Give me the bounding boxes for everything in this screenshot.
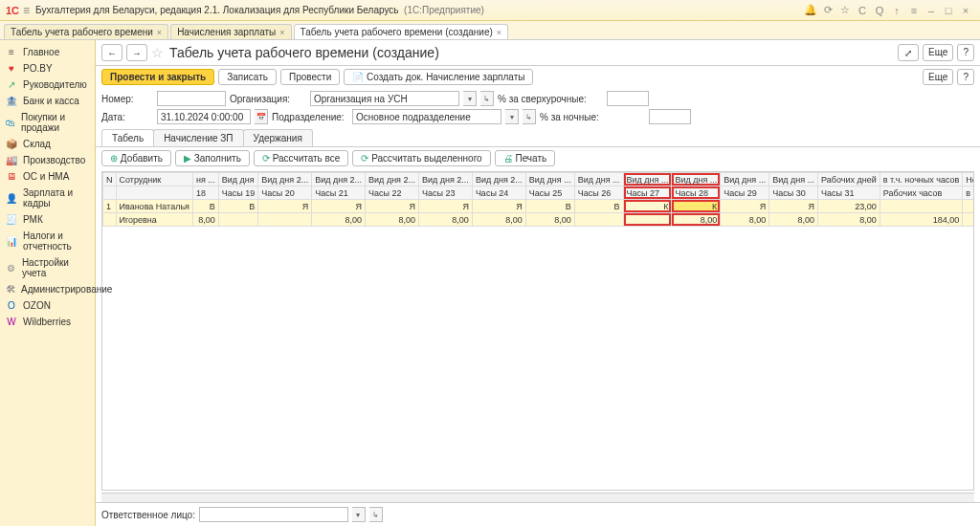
sidebar-item-10[interactable]: 📊Налоги и отчетность bbox=[0, 228, 95, 254]
cell[interactable]: 8,00 bbox=[192, 213, 218, 227]
cell[interactable] bbox=[258, 213, 312, 227]
cell[interactable] bbox=[623, 213, 672, 227]
sidebar-item-3[interactable]: 🏦Банк и касса bbox=[0, 93, 95, 109]
cell[interactable]: Я bbox=[769, 200, 818, 213]
search-icon[interactable]: Q bbox=[871, 5, 888, 16]
more-button[interactable]: Еще bbox=[923, 44, 953, 61]
cell[interactable]: 8,00 bbox=[366, 213, 419, 227]
cell[interactable]: 8,00 bbox=[769, 213, 818, 227]
sidebar-item-11[interactable]: ⚙Настройки учета bbox=[0, 254, 95, 281]
cell[interactable]: К bbox=[623, 200, 672, 213]
cell[interactable]: 8,00 bbox=[525, 213, 574, 227]
help-button[interactable]: ? bbox=[957, 44, 974, 61]
sidebar-item-7[interactable]: 🖥ОС и НМА bbox=[0, 168, 95, 185]
dropdown-icon[interactable]: ▾ bbox=[352, 507, 366, 522]
cell[interactable]: 35,00 bbox=[963, 200, 974, 213]
cell[interactable]: 8,00 bbox=[418, 213, 472, 227]
sidebar-item-5[interactable]: 📦Склад bbox=[0, 136, 95, 152]
tab-payroll[interactable]: Начисления зарплаты× bbox=[170, 24, 291, 39]
calendar-icon[interactable]: 📅 bbox=[255, 109, 268, 124]
dropdown-icon[interactable]: ▾ bbox=[505, 109, 519, 124]
overtime-field[interactable] bbox=[607, 91, 649, 106]
save-button[interactable]: Записать bbox=[218, 69, 277, 85]
cell[interactable] bbox=[103, 213, 117, 227]
post-close-button[interactable]: Провести и закрыть bbox=[101, 69, 214, 85]
responsible-field[interactable] bbox=[199, 507, 348, 522]
cell[interactable]: К bbox=[672, 200, 721, 213]
cell[interactable]: В bbox=[525, 200, 574, 213]
star-icon[interactable]: ☆ bbox=[836, 4, 854, 16]
cell[interactable] bbox=[218, 213, 257, 227]
tbl-btn-1[interactable]: ▶ Заполнить bbox=[175, 150, 250, 166]
cell[interactable]: Игоревна bbox=[116, 213, 192, 227]
close-tab-icon[interactable]: × bbox=[279, 28, 284, 37]
history-icon[interactable]: C bbox=[854, 5, 871, 16]
open-icon[interactable]: ↳ bbox=[523, 109, 536, 124]
expand-icon[interactable]: ⤢ bbox=[898, 44, 919, 61]
help-button[interactable]: ? bbox=[957, 69, 974, 85]
subtab-deduct[interactable]: Удержания bbox=[243, 129, 313, 146]
up-icon[interactable]: ↑ bbox=[888, 5, 905, 16]
cell[interactable]: Иванова Наталья bbox=[116, 200, 192, 213]
sidebar-item-4[interactable]: 🛍Покупки и продажи bbox=[0, 109, 95, 136]
cell[interactable]: Я bbox=[472, 200, 525, 213]
cell[interactable]: В bbox=[192, 200, 218, 213]
menu2-icon[interactable]: ≡ bbox=[905, 5, 923, 16]
sidebar-item-9[interactable]: 🧾РМК bbox=[0, 211, 95, 228]
refresh-icon[interactable]: ⟳ bbox=[819, 4, 836, 16]
cell[interactable]: Я bbox=[366, 200, 419, 213]
dept-field[interactable] bbox=[352, 109, 501, 124]
cell[interactable] bbox=[574, 213, 623, 227]
cell[interactable]: Я bbox=[258, 200, 312, 213]
tbl-btn-3[interactable]: ⟳ Рассчитать выделенного bbox=[352, 150, 490, 166]
subtab-accrual[interactable]: Начисление ЗП bbox=[153, 129, 243, 146]
cell[interactable]: 8,00 bbox=[472, 213, 525, 227]
sidebar-item-8[interactable]: 👤Зарплата и кадры bbox=[0, 185, 95, 211]
fav-star-icon[interactable]: ☆ bbox=[151, 45, 164, 60]
nav-back[interactable]: ← bbox=[101, 44, 122, 61]
create-doc-button[interactable]: 📄 Создать док. Начисление зарплаты bbox=[344, 69, 533, 85]
hamburger-icon[interactable]: ≡ bbox=[23, 4, 30, 17]
more-button[interactable]: Еще bbox=[923, 69, 953, 85]
sidebar-item-13[interactable]: OOZON bbox=[0, 297, 95, 314]
open-icon[interactable]: ↳ bbox=[369, 507, 383, 522]
sidebar-item-2[interactable]: ↗Руководителю bbox=[0, 77, 95, 93]
cell[interactable]: В bbox=[574, 200, 623, 213]
cell[interactable]: Я bbox=[418, 200, 472, 213]
maximize-icon[interactable]: □ bbox=[940, 5, 957, 16]
sidebar-item-1[interactable]: ♥PO.BY bbox=[0, 60, 95, 77]
cell[interactable]: 184,00 bbox=[880, 213, 963, 227]
cell[interactable]: 8,00 bbox=[312, 213, 366, 227]
tab-timesheet-create[interactable]: Табель учета рабочего времени (создание)… bbox=[294, 24, 509, 39]
close-icon[interactable]: × bbox=[957, 5, 974, 16]
cell[interactable] bbox=[963, 213, 974, 227]
number-field[interactable] bbox=[157, 91, 226, 106]
cell[interactable]: 8,00 bbox=[818, 213, 880, 227]
sidebar-item-0[interactable]: ≡Главное bbox=[0, 44, 95, 60]
close-tab-icon[interactable]: × bbox=[157, 28, 162, 37]
close-tab-icon[interactable]: × bbox=[497, 28, 501, 37]
date-field[interactable] bbox=[157, 109, 251, 124]
minimize-icon[interactable]: – bbox=[923, 5, 940, 16]
tbl-btn-0[interactable]: ⊕ Добавить bbox=[101, 150, 171, 166]
tbl-btn-2[interactable]: ⟳ Рассчитать все bbox=[254, 150, 349, 166]
cell[interactable]: 1 bbox=[103, 200, 117, 213]
timesheet-table[interactable]: NСотрудникня ...Вид дняВид дня 2...Вид д… bbox=[102, 172, 974, 227]
sidebar-item-14[interactable]: WWildberries bbox=[0, 314, 95, 330]
cell[interactable]: 8,00 bbox=[721, 213, 769, 227]
cell[interactable] bbox=[880, 200, 963, 213]
cell[interactable]: В bbox=[218, 200, 257, 213]
post-button[interactable]: Провести bbox=[280, 69, 340, 85]
tab-timesheet[interactable]: Табель учета рабочего времени× bbox=[4, 24, 168, 39]
cell[interactable]: 8,00 bbox=[672, 213, 721, 227]
open-icon[interactable]: ↳ bbox=[480, 91, 494, 106]
night-field[interactable] bbox=[649, 109, 691, 124]
sidebar-item-12[interactable]: 🛠Администрирование bbox=[0, 281, 95, 297]
dropdown-icon[interactable]: ▾ bbox=[463, 91, 477, 106]
nav-fwd[interactable]: → bbox=[126, 44, 147, 61]
cell[interactable]: Я bbox=[721, 200, 769, 213]
sidebar-item-6[interactable]: 🏭Производство bbox=[0, 152, 95, 168]
tbl-btn-4[interactable]: 🖨 Печать bbox=[495, 150, 556, 166]
bell-icon[interactable]: 🔔 bbox=[802, 4, 819, 16]
subtab-tabel[interactable]: Табель bbox=[101, 129, 154, 146]
